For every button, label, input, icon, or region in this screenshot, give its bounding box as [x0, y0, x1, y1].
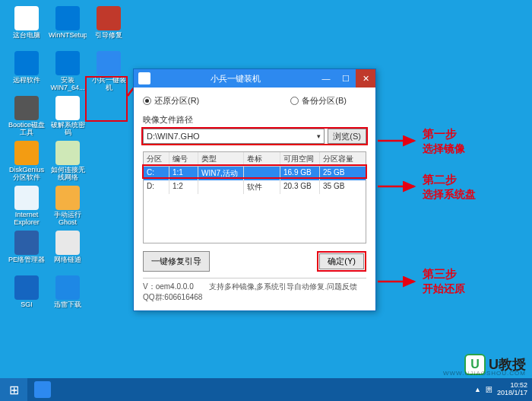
ok-button[interactable]: 确定(Y) — [319, 253, 364, 269]
radio-backup[interactable]: 备份分区(B) — [290, 95, 347, 107]
app-icon — [55, 141, 80, 165]
icon-label: SGI — [21, 301, 33, 309]
desktop-icon[interactable]: 远程软件 — [8, 51, 46, 93]
installer-dialog: 小兵一键装机 — ☐ ✕ 还原分区(R) 备份分区(B) 映像文件路径 D:\W… — [133, 68, 376, 311]
app-icon — [55, 6, 80, 30]
icon-label: 这台电脑 — [13, 32, 40, 40]
app-icon — [55, 186, 80, 210]
icon-label: 迅雷下载 — [54, 301, 81, 309]
icon-label: 远程软件 — [13, 77, 40, 84]
app-icon — [138, 72, 150, 84]
desktop-icon[interactable]: 网络链通 — [49, 231, 87, 272]
icon-label: 安装WIN7_64... — [49, 77, 87, 92]
app-icon — [14, 141, 39, 165]
desktop-icon[interactable]: Bootice磁盘工具 — [8, 96, 46, 138]
icon-label: 破解系统密码 — [49, 122, 87, 137]
app-icon — [14, 51, 39, 75]
table-header: 分区 编号 类型 卷标 可用空间 分区容量 — [144, 152, 366, 167]
app-icon — [14, 231, 39, 255]
browse-button[interactable]: 浏览(S) — [328, 129, 366, 144]
path-label: 映像文件路径 — [143, 114, 366, 126]
icon-label: 引导修复 — [95, 32, 122, 40]
taskbar: ⊞ ▲ 囲 10:52 2018/1/17 — [0, 378, 532, 401]
desktop-icon[interactable]: 安装WIN7_64... — [49, 51, 87, 93]
minimize-button[interactable]: — — [316, 69, 336, 88]
tray-icon[interactable]: ▲ — [474, 386, 481, 393]
icon-label: PE络管理器 — [8, 256, 45, 264]
app-icon — [97, 6, 121, 30]
icon-label: 网络链通 — [54, 256, 81, 264]
desktop-icon[interactable]: 如何连接无线网络 — [49, 141, 87, 183]
desktop-icon[interactable]: PE络管理器 — [8, 231, 46, 272]
desktop-icon[interactable]: DiskGenius分区软件 — [8, 141, 46, 183]
app-icon — [14, 275, 39, 300]
table-row[interactable]: C:1:1WIN7,活动16.9 GB25 GB — [144, 167, 366, 180]
dropdown-arrow-icon: ▾ — [317, 132, 321, 140]
start-button[interactable]: ⊞ — [0, 378, 27, 401]
desktop-icon[interactable]: Internet Explorer — [8, 186, 46, 228]
desktop-icon[interactable]: 引导修复 — [90, 6, 128, 48]
desktop-icon[interactable]: WinNTSetup — [49, 6, 87, 48]
image-path-input[interactable]: D:\WIN7.GHO▾ — [143, 129, 325, 144]
maximize-button[interactable]: ☐ — [336, 69, 356, 88]
clock[interactable]: 10:52 2018/1/17 — [497, 382, 527, 397]
system-tray[interactable]: ▲ 囲 10:52 2018/1/17 — [474, 382, 532, 397]
ime-icon[interactable]: 囲 — [486, 385, 492, 395]
app-icon — [55, 96, 80, 120]
annotation-step2: 第二步 选择系统盘 — [423, 172, 476, 201]
annotation-step1: 第一步 选择镜像 — [423, 126, 465, 155]
desktop-icon[interactable]: 这台电脑 — [8, 6, 46, 48]
status-bar: V：oem4.0.0.0 支持多种镜像,多系统引导自动修复.问题反馈QQ群:60… — [143, 278, 366, 303]
annotation-step3: 第三步 开始还原 — [423, 266, 465, 295]
app-icon — [14, 6, 39, 30]
repair-boot-button[interactable]: 一键修复引导 — [143, 251, 210, 272]
watermark: U U教授 WWW.UJIAOSHOU.COM — [464, 354, 526, 375]
icon-label: Bootice磁盘工具 — [8, 122, 46, 137]
desktop-icon[interactable]: 手动运行Ghost — [49, 186, 87, 228]
app-icon — [14, 186, 39, 210]
icon-label: 手动运行Ghost — [49, 212, 87, 227]
radio-restore[interactable]: 还原分区(R) — [143, 95, 199, 107]
app-icon — [55, 51, 80, 75]
app-icon — [14, 96, 39, 120]
icon-label: WinNTSetup — [49, 32, 87, 40]
titlebar[interactable]: 小兵一键装机 — ☐ ✕ — [134, 69, 375, 88]
app-icon — [55, 275, 80, 300]
app-icon — [97, 51, 121, 75]
taskbar-app[interactable] — [27, 378, 58, 401]
desktop-icon[interactable]: 破解系统密码 — [49, 96, 87, 138]
icon-label: 如何连接无线网络 — [49, 167, 87, 182]
desktop-icon[interactable]: 迅雷下载 — [49, 275, 87, 317]
icon-label: Internet Explorer — [8, 212, 46, 227]
partition-table: 分区 编号 类型 卷标 可用空间 分区容量 C:1:1WIN7,活动16.9 G… — [143, 151, 366, 243]
icon-label: DiskGenius分区软件 — [8, 167, 46, 182]
desktop-icon[interactable]: SGI — [8, 275, 46, 317]
app-icon — [55, 231, 80, 255]
close-button[interactable]: ✕ — [356, 69, 375, 88]
dialog-title: 小兵一键装机 — [155, 73, 316, 84]
table-row[interactable]: D:1:2软件20.3 GB35 GB — [144, 180, 366, 194]
